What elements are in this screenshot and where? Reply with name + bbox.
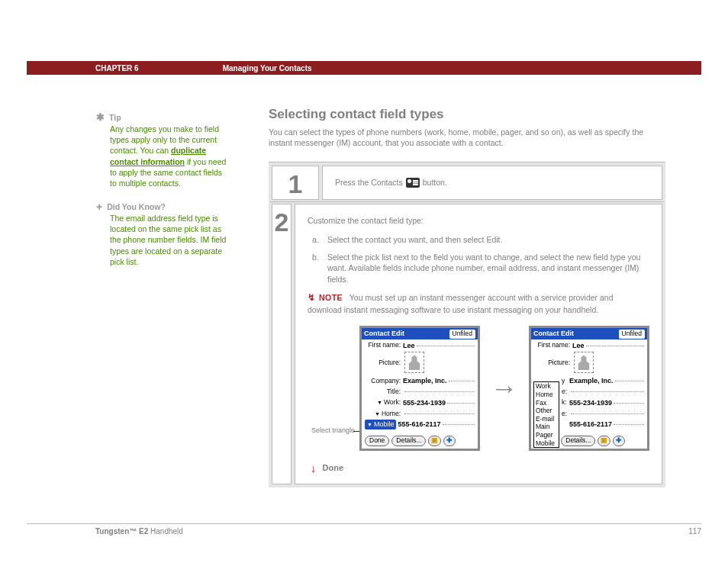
page-number: 117 [688, 527, 701, 536]
palm-screenshot-2: Contact Edit Unfiled First name:Lee Pict… [529, 326, 649, 451]
triangle-icon: ▼ [377, 400, 382, 405]
main-content: Selecting contact field types You can se… [269, 107, 665, 487]
done-indicator: ↓ Done [311, 457, 649, 476]
note-text: You must set up an instant messenger acc… [308, 293, 614, 314]
intro-text: You can select the types of phone number… [269, 127, 665, 148]
field-type-picklist: Work Home Fax Other E-mail Main Pager Mo… [533, 381, 559, 448]
step-1-number: 1 [288, 169, 303, 199]
palm-done-button: Done [365, 436, 389, 446]
palm-note-button: ▣ [428, 436, 441, 446]
step-2-row: 2 Customize the contact field type: a.Se… [270, 202, 664, 486]
picture-placeholder [404, 352, 424, 373]
chapter-number: CHAPTER 6 [95, 64, 139, 72]
sidebar: ✱ Tip Any changes you make to field type… [96, 113, 230, 281]
tip-body: Any changes you make to field types appl… [110, 124, 230, 188]
step-1-body: Press the Contacts button. [335, 177, 649, 188]
page-footer: Tungsten™ E2 Handheld 117 [27, 523, 701, 536]
step-2a: a.Select the contact you want, and then … [308, 234, 649, 246]
dyk-label: Did You Know? [107, 202, 166, 211]
asterisk-icon: ✱ [96, 113, 105, 122]
screenshots-row: Select triangle Contact Edit Unfiled Fir… [308, 326, 649, 451]
plus-icon: + [96, 202, 102, 211]
steps-container: 1 Press the Contacts button. 2 Customize… [269, 162, 665, 487]
contacts-icon [406, 178, 420, 188]
palm-screenshot-1: Contact Edit Unfiled First name:Lee Pict… [359, 326, 480, 451]
step-1-row: 1 Press the Contacts button. [270, 164, 664, 202]
palm-category: Unfiled [449, 330, 475, 339]
palm-plus-button: ✚ [443, 436, 456, 446]
triangle-icon: ▼ [375, 411, 380, 417]
done-label: Done [323, 462, 344, 474]
note-row: ↯ NOTE You must set up an instant messen… [308, 291, 649, 315]
page-heading: Selecting contact field types [269, 107, 665, 122]
palm-details-button: Details... [391, 436, 426, 446]
note-label: NOTE [319, 293, 343, 302]
done-arrow-icon: ↓ [311, 460, 317, 476]
dyk-body: The email address field type is located … [110, 213, 230, 267]
tip-label: Tip [109, 113, 121, 122]
chapter-header: CHAPTER 6 Managing Your Contacts [27, 61, 701, 75]
palm-title: Contact Edit [364, 329, 404, 339]
did-you-know-block: + Did You Know? The email address field … [96, 202, 230, 267]
product-name: Tungsten™ E2 Handheld [95, 527, 183, 536]
step-2-number: 2 [275, 208, 289, 237]
select-triangle-label: Select triangle [303, 426, 355, 434]
arrow-right-icon: → [491, 369, 518, 407]
step-2b: b.Select the pick list next to the field… [308, 252, 649, 285]
note-icon: ↯ [308, 292, 315, 303]
tip-block: ✱ Tip Any changes you make to field type… [96, 113, 230, 188]
chapter-title: Managing Your Contacts [223, 64, 312, 72]
step-2-lead: Customize the contact field type: [308, 215, 649, 227]
selected-mobile-field: ▼Mobile [365, 420, 396, 429]
